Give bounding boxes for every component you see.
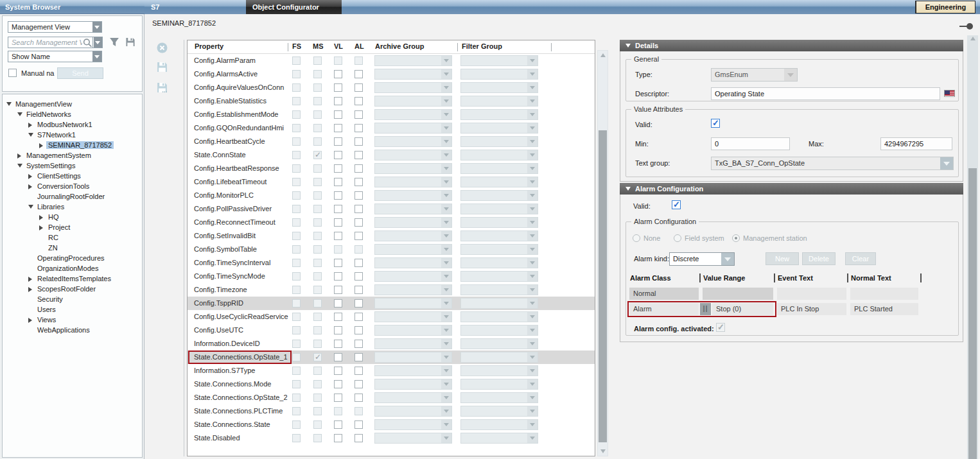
archive-group-dropdown[interactable] <box>374 244 452 255</box>
archive-group-dropdown[interactable] <box>374 82 452 93</box>
descriptor-input[interactable]: Operating State <box>711 87 940 100</box>
archive-group-dropdown[interactable] <box>374 365 452 376</box>
archive-group-dropdown[interactable] <box>374 204 452 214</box>
radio-field-system[interactable] <box>674 234 681 242</box>
archive-group-dropdown[interactable] <box>374 352 452 363</box>
vl-checkbox[interactable] <box>334 97 342 105</box>
tree-item-rc[interactable]: RC <box>3 232 142 243</box>
value-range-cell[interactable] <box>703 288 773 300</box>
al-checkbox[interactable] <box>354 286 363 294</box>
filter-group-dropdown[interactable] <box>460 150 538 160</box>
al-checkbox[interactable] <box>354 353 363 361</box>
al-checkbox[interactable] <box>354 434 363 442</box>
vl-checkbox[interactable] <box>334 178 342 186</box>
vl-checkbox[interactable] <box>334 340 342 348</box>
filter-group-dropdown[interactable] <box>460 96 538 107</box>
filter-group-dropdown[interactable] <box>460 325 538 336</box>
tree-item-managementsystem[interactable]: ManagementSystem <box>3 150 142 160</box>
al-checkbox[interactable] <box>354 205 363 213</box>
tree-item-operatingprocedures[interactable]: OperatingProcedures <box>3 253 142 263</box>
vl-checkbox[interactable] <box>334 124 342 132</box>
archive-group-dropdown[interactable] <box>374 136 452 147</box>
al-checkbox[interactable] <box>354 259 363 267</box>
vl-checkbox[interactable] <box>334 420 342 429</box>
chevron-down-icon[interactable] <box>92 22 101 32</box>
property-row[interactable]: Config.UseUTC <box>188 324 595 337</box>
filter-group-dropdown[interactable] <box>460 433 538 444</box>
vl-checkbox[interactable] <box>334 313 342 321</box>
alarm-valid-checkbox[interactable] <box>672 200 681 209</box>
tree-item-security[interactable]: Security <box>3 294 142 304</box>
al-checkbox[interactable] <box>354 313 363 321</box>
expand-arrow-icon[interactable] <box>39 222 46 232</box>
filter-group-dropdown[interactable] <box>460 392 538 403</box>
new-button[interactable]: New <box>766 252 799 265</box>
al-checkbox[interactable] <box>354 326 363 334</box>
vl-checkbox[interactable] <box>334 151 342 159</box>
tree-item-fieldnetworks[interactable]: FieldNetworks <box>3 109 142 119</box>
vl-checkbox[interactable] <box>334 299 342 307</box>
filter-group-dropdown[interactable] <box>460 177 538 187</box>
expand-arrow-icon[interactable] <box>39 212 46 222</box>
archive-group-dropdown[interactable] <box>374 392 452 403</box>
archive-group-dropdown[interactable] <box>374 284 452 295</box>
scroll-up-icon[interactable] <box>970 37 976 40</box>
save-icon[interactable] <box>125 37 136 47</box>
min-input[interactable]: 0 <box>711 137 790 150</box>
view-mode-select[interactable]: Management View <box>8 21 102 33</box>
property-row[interactable]: Config.HeartbeatResponse <box>188 162 595 175</box>
tree-item-relateditemstemplates[interactable]: RelatedItemsTemplates <box>3 273 142 284</box>
expand-arrow-icon[interactable] <box>28 284 35 294</box>
vl-checkbox[interactable] <box>334 137 342 146</box>
property-row[interactable]: Config.ReconnectTimeout <box>188 216 595 229</box>
value-range-cell[interactable]: Stop (0) <box>712 303 773 315</box>
al-checkbox[interactable] <box>354 110 363 119</box>
vl-checkbox[interactable] <box>334 191 342 200</box>
vl-checkbox[interactable] <box>334 259 342 267</box>
details-section-header[interactable]: Details <box>620 40 963 51</box>
tree-item-zn[interactable]: ZN <box>3 243 142 253</box>
expand-arrow-icon[interactable] <box>28 119 35 130</box>
radio-none[interactable] <box>633 234 640 242</box>
al-checkbox[interactable] <box>354 380 363 388</box>
vl-checkbox[interactable] <box>334 70 342 78</box>
chevron-down-icon[interactable] <box>940 157 953 169</box>
al-checkbox[interactable] <box>354 367 363 375</box>
filter-group-dropdown[interactable] <box>460 230 538 241</box>
al-checkbox[interactable] <box>354 151 363 159</box>
alarm-kind-dropdown[interactable]: Discrete <box>669 252 735 266</box>
tree-item-scopesrootfolder[interactable]: ScopesRootFolder <box>3 284 142 294</box>
archive-group-dropdown[interactable] <box>374 150 452 160</box>
filter-group-dropdown[interactable] <box>460 379 538 390</box>
max-input[interactable]: 4294967295 <box>880 137 952 150</box>
close-icon[interactable] <box>157 42 168 53</box>
archive-group-dropdown[interactable] <box>374 406 452 417</box>
property-row[interactable]: Config.LifebeatTimeout <box>188 175 595 189</box>
expand-arrow-icon[interactable] <box>39 140 46 150</box>
scroll-down-icon[interactable] <box>600 449 606 453</box>
value-range-split-button[interactable]: || <box>700 303 711 315</box>
property-row[interactable]: Information.S7Type <box>188 364 595 377</box>
archive-group-dropdown[interactable] <box>374 338 452 349</box>
property-row[interactable]: Config.UseCyclicReadService <box>188 310 595 324</box>
alarm-class-cell[interactable]: Normal <box>629 288 699 300</box>
filter-group-dropdown[interactable] <box>460 190 538 201</box>
tree-item-libraries[interactable]: Libraries <box>3 202 142 212</box>
vl-checkbox[interactable] <box>334 367 342 375</box>
al-checkbox[interactable] <box>354 83 363 92</box>
save-as-icon[interactable] <box>157 82 168 93</box>
archive-group-dropdown[interactable] <box>374 311 452 322</box>
archive-group-dropdown[interactable] <box>374 55 452 66</box>
al-checkbox[interactable] <box>354 137 363 146</box>
archive-group-dropdown[interactable] <box>374 325 452 336</box>
al-checkbox[interactable] <box>354 420 363 429</box>
normal-text-cell[interactable]: PLC Started <box>850 303 918 315</box>
archive-group-dropdown[interactable] <box>374 379 452 390</box>
filter-group-dropdown[interactable] <box>460 406 538 417</box>
tree-item-project[interactable]: Project <box>3 222 142 232</box>
scroll-up-icon[interactable] <box>600 53 606 57</box>
filter-group-dropdown[interactable] <box>460 109 538 120</box>
filter-group-dropdown[interactable] <box>460 271 538 282</box>
tree-item-seminar_8717852[interactable]: SEMINAR_8717852 <box>3 140 142 150</box>
al-checkbox[interactable] <box>354 340 363 348</box>
